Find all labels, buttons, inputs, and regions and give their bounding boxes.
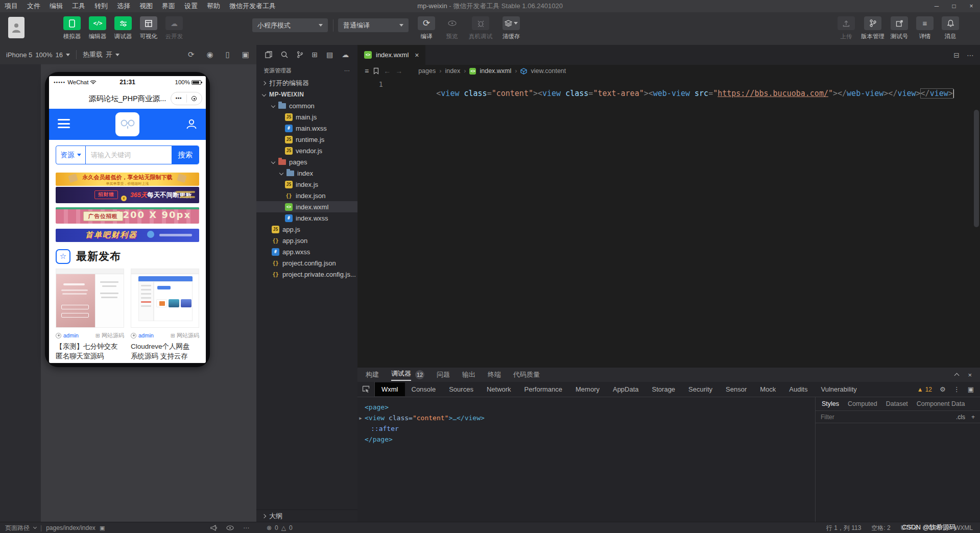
language-mode[interactable]: WXML: [954, 524, 973, 531]
device-select[interactable]: iPhone 5 100% 16: [0, 51, 76, 59]
category-label[interactable]: 网站源码: [102, 332, 124, 340]
docker-icon[interactable]: ☁: [342, 51, 349, 59]
crumb-pages[interactable]: pages: [418, 67, 436, 75]
visualize-toggle-button[interactable]: 可视化: [136, 16, 161, 40]
devtools-tab-audits[interactable]: Audits: [782, 382, 814, 396]
scrollbar-thumb[interactable]: [974, 110, 979, 227]
bookmark-icon[interactable]: [373, 67, 379, 75]
cursor-position[interactable]: 行 1，列 113: [826, 524, 861, 532]
devtools-tab-storage[interactable]: Storage: [646, 382, 682, 396]
menu-view[interactable]: 视图: [135, 0, 157, 12]
tree-item-index-js[interactable]: JSindex.js: [256, 179, 357, 190]
menu-select[interactable]: 选择: [112, 0, 135, 12]
post-card[interactable]: admin ⊞ 网站源码 Cloudreve个人网盘系统源码 支持云存: [131, 269, 199, 361]
ad-banner-365[interactable]: 招财猫 ¥ 365天每天不间断更新: [56, 187, 199, 203]
wxml-node-page-open[interactable]: <page>: [365, 402, 815, 413]
wxml-node-page-close[interactable]: </page>: [365, 434, 815, 445]
npm-icon[interactable]: ▤: [326, 51, 333, 59]
wxml-node-view[interactable]: ▸<view class="content">…</view>: [365, 413, 815, 423]
more-actions-icon[interactable]: ⋯: [243, 524, 249, 531]
tree-item-index-json[interactable]: {}index.json: [256, 190, 357, 201]
site-logo[interactable]: [115, 112, 139, 136]
search-input[interactable]: 请输入关键词: [86, 146, 172, 164]
devtools-tab-console[interactable]: Console: [405, 382, 443, 396]
wxml-tree-pane[interactable]: <page> ▸<view class="content">…</view> :…: [357, 397, 815, 522]
errors-count[interactable]: 0: [275, 524, 278, 531]
ad-banner-vip[interactable]: 永久会员超低价，享全站无限制下载 早买早享受，价格随时上涨: [56, 173, 199, 186]
tab-output[interactable]: 输出: [462, 370, 475, 379]
close-panel-icon[interactable]: ×: [968, 371, 972, 379]
compile-button[interactable]: ⟳ 编译: [414, 16, 439, 40]
tab-computed[interactable]: Computed: [848, 400, 877, 407]
devtools-tab-mock[interactable]: Mock: [753, 382, 782, 396]
category-label[interactable]: 网站源码: [177, 332, 199, 340]
more-icon[interactable]: ⋯: [171, 96, 186, 101]
tab-dataset[interactable]: Dataset: [886, 400, 908, 407]
crumb-node[interactable]: view.content: [531, 67, 566, 75]
compile-mode-select[interactable]: 普通编译: [338, 18, 409, 32]
mode-select[interactable]: 小程序模式: [252, 18, 328, 32]
devtools-tab-appdata[interactable]: AppData: [606, 382, 646, 396]
devtools-tab-performance[interactable]: Performance: [518, 382, 569, 396]
menu-edit[interactable]: 编辑: [45, 0, 67, 12]
editor-toggle-button[interactable]: </> 编辑器: [85, 16, 110, 40]
outline-list-icon[interactable]: ≡: [365, 67, 369, 75]
devtools-tab-wxml[interactable]: Wxml: [375, 382, 405, 396]
tree-item-vendor-js[interactable]: JSvendor.js: [256, 145, 357, 156]
menu-devtools[interactable]: 微信开发者工具: [225, 0, 280, 12]
tree-item-index-wxml[interactable]: <>index.wxml: [256, 201, 357, 212]
minimize-button[interactable]: ─: [928, 0, 945, 12]
devtools-tab-sensor[interactable]: Sensor: [719, 382, 753, 396]
details-button[interactable]: ≡ 详情: [912, 16, 938, 40]
tree-item-app-wxss[interactable]: #app.wxss: [256, 246, 357, 257]
tree-item-project-config[interactable]: {}project.config.json: [256, 257, 357, 269]
hot-reload-toggle[interactable]: 热重载 开: [77, 50, 126, 59]
version-control-button[interactable]: 版本管理: [859, 16, 887, 40]
gear-icon[interactable]: ⚙: [940, 385, 946, 393]
hamburger-menu-icon[interactable]: [58, 119, 70, 131]
tree-item-pages[interactable]: pages: [256, 156, 357, 167]
test-account-button[interactable]: 测试号: [887, 16, 912, 40]
warnings-count[interactable]: 0: [289, 524, 293, 531]
crumb-index[interactable]: index: [445, 67, 460, 75]
tab-index-wxml[interactable]: <> index.wxml ×: [357, 45, 425, 65]
pages-icon[interactable]: [265, 51, 272, 58]
wechat-capsule[interactable]: ⋯: [171, 92, 202, 105]
back-icon[interactable]: ←: [384, 67, 391, 75]
wxml-node-after[interactable]: ::after: [365, 423, 815, 434]
outline-section[interactable]: 大纲: [256, 510, 357, 522]
debugger-toggle-button[interactable]: 调试器: [110, 16, 136, 40]
indentation[interactable]: 空格: 2: [871, 524, 890, 532]
tab-styles[interactable]: Styles: [822, 400, 839, 407]
eye-icon[interactable]: [226, 525, 234, 530]
tree-item-app-json[interactable]: {}app.json: [256, 235, 357, 246]
devtools-tab-memory[interactable]: Memory: [569, 382, 606, 396]
post-title[interactable]: 【亲测】七分钟交友匿名聊天室源码: [56, 342, 124, 361]
menu-settings[interactable]: 设置: [180, 0, 202, 12]
extensions-icon[interactable]: ⊞: [312, 51, 318, 59]
user-profile-icon[interactable]: [185, 118, 198, 130]
dock-side-icon[interactable]: ▣: [968, 385, 974, 393]
user-avatar[interactable]: [8, 17, 25, 38]
tree-item-index-wxss[interactable]: #index.wxss: [256, 212, 357, 224]
simulator-toggle-button[interactable]: 模拟器: [59, 16, 85, 40]
devtools-tab-sources[interactable]: Sources: [442, 382, 480, 396]
multi-window-icon[interactable]: ▣: [242, 50, 249, 59]
crumb-file[interactable]: index.wxml: [480, 67, 511, 75]
warning-count[interactable]: ▲12: [917, 386, 932, 393]
close-tab-icon[interactable]: ×: [415, 51, 419, 59]
forward-icon[interactable]: →: [395, 67, 402, 75]
post-title[interactable]: Cloudreve个人网盘系统源码 支持云存: [131, 342, 199, 361]
devtools-tab-network[interactable]: Network: [480, 382, 518, 396]
ad-banner-rent[interactable]: 广告位招租 1200 X 90px: [56, 207, 199, 224]
tree-item-main-js[interactable]: JSmain.js: [256, 111, 357, 123]
author-name[interactable]: admin: [138, 332, 154, 338]
close-button[interactable]: ×: [963, 0, 980, 12]
tab-debugger[interactable]: 调试器: [391, 369, 411, 381]
page-path-select[interactable]: 页面路径: [5, 524, 30, 532]
devtools-tab-security[interactable]: Security: [682, 382, 719, 396]
record-icon[interactable]: ◉: [206, 50, 213, 59]
tab-terminal[interactable]: 终端: [488, 370, 501, 379]
filter-input[interactable]: Filter: [821, 414, 834, 421]
menu-help[interactable]: 帮助: [202, 0, 225, 12]
